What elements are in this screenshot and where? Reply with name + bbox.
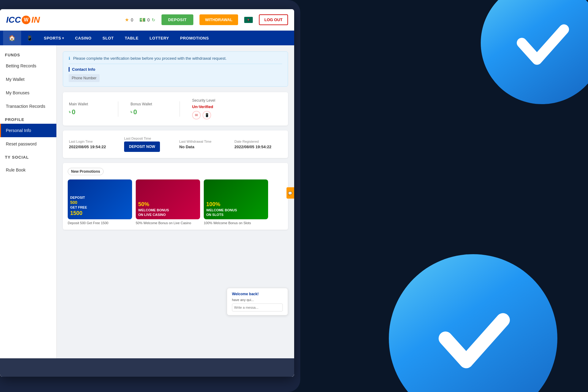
checkmark-svg-2 <box>427 292 519 384</box>
last-login-item: Last Login Time 2022/08/05 19:54:22 <box>69 140 112 149</box>
deposit-button[interactable]: DEPOSIT <box>161 14 194 25</box>
promo-cards: DEPOSIT 500 GET FREE 1500 Deposit 500 Ge… <box>68 179 283 225</box>
last-deposit-label: Last Deposit Time <box>124 137 167 140</box>
checkmark-circle-2 <box>389 254 557 392</box>
money-points-value: 0 <box>147 17 150 22</box>
logout-button[interactable]: LOG OUT <box>259 14 288 25</box>
promo-card-1[interactable]: DEPOSIT 500 GET FREE 1500 <box>68 179 132 219</box>
main-wallet-item: Main Wallet ৳ 0 <box>69 102 106 116</box>
promo-card-1-text: DEPOSIT 500 GET FREE 1500 <box>68 193 89 219</box>
support-button[interactable]: 💬 <box>286 187 294 199</box>
sidebar-item-rule-book[interactable]: Rule Book <box>0 163 56 177</box>
refresh-icon[interactable]: ↻ <box>152 17 155 22</box>
nav-home[interactable]: 🏠 <box>3 31 21 45</box>
chat-subtitle: have any qui... <box>232 298 283 302</box>
checkmark-circle-1 <box>481 0 588 104</box>
chat-bubble: Welcome back! have any qui... <box>227 288 288 315</box>
promo-card-2-text: 50% WELCOME BONUS ON LIVE CASINO <box>136 198 171 219</box>
nav-casino[interactable]: CASINO <box>70 31 97 45</box>
last-withdrawal-value: No Data <box>179 145 222 149</box>
money-icon: 💵 <box>139 17 146 23</box>
sidebar-item-betting-records[interactable]: Betting Records <box>0 59 56 73</box>
promotions-section: New Promotions DEPOSIT 500 GET FREE 1500 <box>63 163 288 230</box>
withdrawal-button[interactable]: WITHDRAWAL <box>199 14 238 25</box>
notice-box: ℹ Please complete the verification below… <box>63 51 288 87</box>
last-withdrawal-item: Last Withdrawal Time No Data <box>179 140 222 149</box>
promo-card-3-label: 100% Welcome Bonus on Slots <box>204 221 268 225</box>
nav-sports[interactable]: SPORTS ▾ <box>38 31 70 45</box>
main-layout: FUNDS Betting Records My Wallet My Bonus… <box>0 45 294 377</box>
security-level-item: Security Level Un-Verified ✉ 📱 <box>192 98 229 119</box>
date-registered-value: 2022/08/05 19:54:22 <box>234 145 277 149</box>
phone-verify-icon[interactable]: 📱 <box>203 111 211 119</box>
security-icons: ✉ 📱 <box>192 111 229 119</box>
bonus-wallet-label: Bonus Wallet <box>131 102 167 106</box>
sidebar-item-transaction-records[interactable]: Transaction Records <box>0 100 56 113</box>
contact-box: Contact Info Phone Number <box>69 64 282 82</box>
logo-circle: W <box>22 16 30 24</box>
star-icon: ★ <box>125 17 129 23</box>
nav-slot[interactable]: SLOT <box>97 31 119 45</box>
last-deposit-item: Last Deposit Time DEPOSIT NOW <box>124 137 167 152</box>
main-content: ℹ Please complete the verification below… <box>57 45 294 377</box>
sidebar-item-reset-password[interactable]: Reset password <box>0 137 56 151</box>
header: ICC W IN ★ 0 💵 0 ↻ DEPOSIT WITHDRAWAL 🇧🇩… <box>0 9 294 31</box>
promotions-header: New Promotions <box>68 168 283 175</box>
flag-icon: 🇧🇩 <box>244 17 253 23</box>
keyboard-area <box>0 358 294 377</box>
promo-card-3[interactable]: 100% WELCOME BONUS ON SLOTS <box>204 179 268 219</box>
last-login-label: Last Login Time <box>69 140 112 143</box>
email-verify-icon[interactable]: ✉ <box>192 111 201 119</box>
last-login-value: 2022/08/05 19:54:22 <box>69 145 112 149</box>
notice-message: Please complete the verification below b… <box>73 56 227 61</box>
new-promotions-badge[interactable]: New Promotions <box>68 168 104 175</box>
date-registered-label: Date Registered <box>234 140 277 143</box>
wallet-card: Main Wallet ৳ 0 Bonus Wallet ৳ 0 <box>63 92 288 126</box>
main-wallet-value: ৳ 0 <box>69 108 106 116</box>
nav-table[interactable]: TABLE <box>119 31 144 45</box>
date-registered-item: Date Registered 2022/08/05 19:54:22 <box>234 140 277 149</box>
logo-icc-text: ICC <box>6 15 21 25</box>
main-wallet-label: Main Wallet <box>69 102 106 106</box>
navbar: 🏠 📱 SPORTS ▾ CASINO SLOT TABLE LOTTERY P… <box>0 31 294 45</box>
bonus-wallet-value: ৳ 0 <box>131 108 167 116</box>
wallet-divider-1 <box>118 101 118 117</box>
promo-card-1-label: Deposit 500 Get Free 1500 <box>68 221 132 225</box>
promo-card-wrapper-3: 100% WELCOME BONUS ON SLOTS 100% Welcome… <box>204 179 268 225</box>
ty-social-section: TY SOCIAL <box>0 151 56 163</box>
login-card: Last Login Time 2022/08/05 19:54:22 Last… <box>63 130 288 158</box>
security-status: Un-Verified <box>192 104 229 109</box>
checkmark-svg-1 <box>508 9 576 77</box>
promo-card-wrapper-1: DEPOSIT 500 GET FREE 1500 Deposit 500 Ge… <box>68 179 132 225</box>
taka-symbol-main: ৳ <box>69 109 70 115</box>
sidebar-item-my-wallet[interactable]: My Wallet <box>0 73 56 86</box>
star-points: ★ 0 <box>125 17 133 23</box>
nav-promotions[interactable]: PROMOTIONS <box>175 31 214 45</box>
bonus-wallet-item: Bonus Wallet ৳ 0 <box>131 102 167 116</box>
promo-card-2-label: 50% Welcome Bonus on Live Casino <box>136 221 200 225</box>
nav-mobile[interactable]: 📱 <box>21 31 39 45</box>
sidebar-item-personal-info[interactable]: Personal Info <box>0 124 56 137</box>
sports-chevron: ▾ <box>62 36 64 40</box>
contact-info-label: Contact Info <box>69 67 282 72</box>
phone-number-field[interactable]: Phone Number <box>69 74 100 82</box>
star-points-value: 0 <box>131 17 133 22</box>
chat-title: Welcome back! <box>232 292 283 296</box>
sidebar: FUNDS Betting Records My Wallet My Bonus… <box>0 45 57 377</box>
promo-card-2[interactable]: 50% WELCOME BONUS ON LIVE CASINO <box>136 179 200 219</box>
profile-section-title: PROFILE <box>0 113 56 124</box>
info-icon: ℹ <box>69 56 70 61</box>
wallet-divider-2 <box>180 101 180 117</box>
sidebar-item-my-bonuses[interactable]: My Bonuses <box>0 86 56 100</box>
promo-card-3-text: 100% WELCOME BONUS ON SLOTS <box>204 198 239 219</box>
security-level-label: Security Level <box>192 98 229 103</box>
taka-symbol-bonus: ৳ <box>131 109 132 115</box>
logo[interactable]: ICC W IN <box>6 15 40 25</box>
deposit-now-button[interactable]: DEPOSIT NOW <box>124 141 160 152</box>
promo-card-wrapper-2: 50% WELCOME BONUS ON LIVE CASINO 50% Wel… <box>136 179 200 225</box>
chat-input[interactable] <box>232 303 283 311</box>
last-withdrawal-label: Last Withdrawal Time <box>179 140 222 143</box>
nav-lottery[interactable]: LOTTERY <box>144 31 175 45</box>
funds-section-title: FUNDS <box>0 48 56 59</box>
ty-social-title: TY SOCIAL <box>5 155 51 161</box>
